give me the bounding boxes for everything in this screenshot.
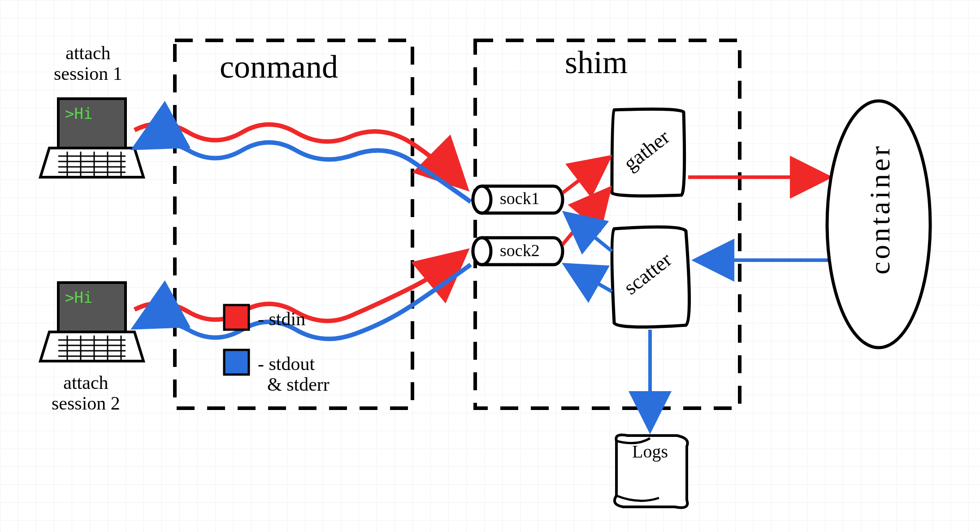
laptop-icon: >Hi bbox=[40, 283, 143, 361]
sock2-label: sock2 bbox=[500, 241, 540, 260]
legend-swatch-stdin bbox=[224, 305, 249, 330]
session-1-label: attach session 1 bbox=[54, 43, 122, 84]
laptop-prompt: >Hi bbox=[65, 288, 92, 306]
diagram-canvas: >Hi >Hi bbox=[0, 0, 980, 532]
svg-point-20 bbox=[473, 238, 491, 265]
conmand-box bbox=[175, 40, 412, 408]
container-label: container bbox=[864, 144, 896, 275]
logs-label: Logs bbox=[632, 442, 668, 462]
legend-stdin-label: - stdin bbox=[258, 309, 305, 329]
laptop-prompt: >Hi bbox=[65, 105, 92, 122]
sock1-label: sock1 bbox=[500, 189, 540, 208]
legend-swatch-stdout bbox=[224, 350, 249, 375]
session-2-label: attach session 2 bbox=[52, 372, 120, 414]
legend-stdout-label: - stdout & stderr bbox=[258, 353, 330, 395]
shim-title: shim bbox=[565, 45, 628, 80]
conmand-title: conmand bbox=[220, 49, 338, 85]
stdout-flow bbox=[565, 265, 612, 292]
stdin-flow bbox=[134, 124, 466, 188]
stdin-flow bbox=[563, 157, 610, 193]
laptop-icon: >Hi bbox=[40, 99, 143, 177]
svg-point-18 bbox=[473, 186, 491, 213]
shim-box bbox=[475, 40, 740, 408]
